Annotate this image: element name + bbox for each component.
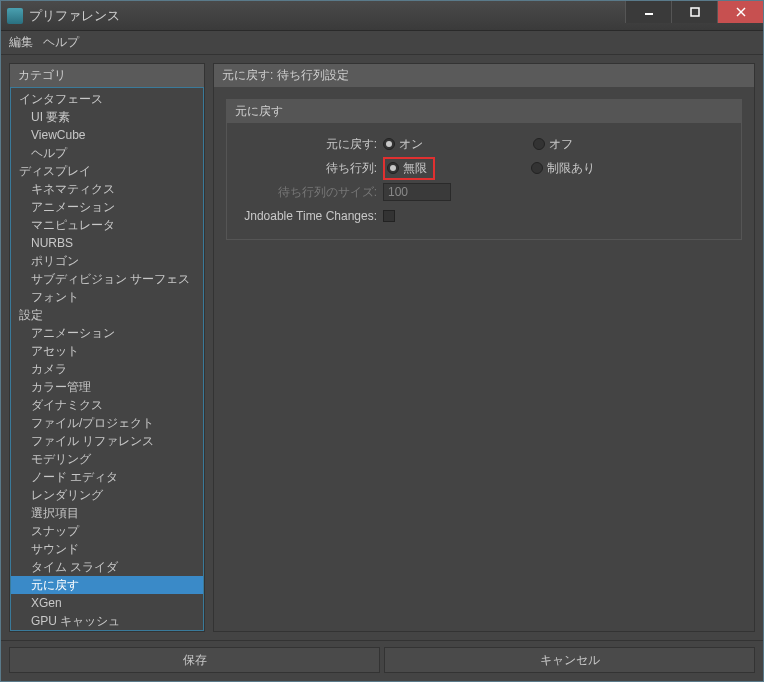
undo-on-label: オン bbox=[399, 136, 423, 153]
app-icon bbox=[7, 8, 23, 24]
tree-item[interactable]: キネマティクス bbox=[11, 180, 203, 198]
queue-infinite-option[interactable]: 無限 bbox=[387, 160, 427, 177]
preferences-window: プリファレンス 編集 ヘルプ カテゴリ インタフェースUI 要素ViewCube… bbox=[0, 0, 764, 682]
menu-help[interactable]: ヘルプ bbox=[43, 34, 79, 51]
undo-label: 元に戻す: bbox=[233, 136, 383, 153]
main-header: 元に戻す: 待ち行列設定 bbox=[214, 64, 754, 87]
queue-limited-label: 制限あり bbox=[547, 160, 595, 177]
radio-icon bbox=[383, 138, 395, 150]
maximize-icon bbox=[690, 7, 700, 17]
tree-item[interactable]: タイム スライダ bbox=[11, 558, 203, 576]
svg-rect-1 bbox=[691, 8, 699, 16]
tree-item[interactable]: ファイル/プロジェクト bbox=[11, 414, 203, 432]
row-undoable-time: Jndoable Time Changes: bbox=[233, 205, 735, 227]
maximize-button[interactable] bbox=[671, 1, 717, 23]
queue-size-label: 待ち行列のサイズ: bbox=[233, 184, 383, 201]
tree-item[interactable]: 選択項目 bbox=[11, 504, 203, 522]
menu-edit[interactable]: 編集 bbox=[9, 34, 33, 51]
queue-label: 待ち行列: bbox=[233, 160, 383, 177]
row-undo: 元に戻す: オン オフ bbox=[233, 133, 735, 155]
close-button[interactable] bbox=[717, 1, 763, 23]
tree-item[interactable]: アセット bbox=[11, 342, 203, 360]
tree-item[interactable]: ダイナミクス bbox=[11, 396, 203, 414]
tree-item[interactable]: UI 要素 bbox=[11, 108, 203, 126]
window-controls bbox=[625, 1, 763, 30]
tree-item[interactable]: レンダリング bbox=[11, 486, 203, 504]
sidebar-header: カテゴリ bbox=[10, 64, 204, 87]
queue-limited-option[interactable]: 制限あり bbox=[531, 160, 595, 177]
tree-item[interactable]: NURBS bbox=[11, 234, 203, 252]
undo-off-option[interactable]: オフ bbox=[533, 136, 573, 153]
minimize-icon bbox=[644, 7, 654, 17]
undo-radio-group: オン オフ bbox=[383, 136, 573, 153]
tree-item[interactable]: サウンド bbox=[11, 540, 203, 558]
tree-item[interactable]: GPU キャッシュ bbox=[11, 612, 203, 630]
tree-item[interactable]: ディスプレイ bbox=[11, 162, 203, 180]
content-area: カテゴリ インタフェースUI 要素ViewCubeヘルプディスプレイキネマティク… bbox=[1, 55, 763, 640]
tree-item[interactable]: インタフェース bbox=[11, 90, 203, 108]
category-tree[interactable]: インタフェースUI 要素ViewCubeヘルプディスプレイキネマティクスアニメー… bbox=[10, 87, 204, 631]
tree-item[interactable]: モデリング bbox=[11, 450, 203, 468]
queue-size-input bbox=[383, 183, 451, 201]
highlight-box: 無限 bbox=[383, 157, 435, 180]
undo-off-label: オフ bbox=[549, 136, 573, 153]
main-panel: 元に戻す: 待ち行列設定 元に戻す 元に戻す: オン bbox=[213, 63, 755, 632]
tree-item[interactable]: XGen bbox=[11, 594, 203, 612]
menubar: 編集 ヘルプ bbox=[1, 31, 763, 55]
tree-item[interactable]: カラー管理 bbox=[11, 378, 203, 396]
queue-infinite-label: 無限 bbox=[403, 160, 427, 177]
radio-icon bbox=[533, 138, 545, 150]
tree-item[interactable]: 保存時のアクション bbox=[11, 630, 203, 631]
tree-item[interactable]: ファイル リファレンス bbox=[11, 432, 203, 450]
tree-item[interactable]: フォント bbox=[11, 288, 203, 306]
row-queue-size: 待ち行列のサイズ: bbox=[233, 181, 735, 203]
tree-item[interactable]: マニピュレータ bbox=[11, 216, 203, 234]
radio-icon bbox=[387, 162, 399, 174]
row-queue: 待ち行列: 無限 bbox=[233, 157, 735, 179]
tree-item[interactable]: ポリゴン bbox=[11, 252, 203, 270]
section-title: 元に戻す bbox=[227, 100, 741, 123]
main-body: 元に戻す 元に戻す: オン bbox=[214, 87, 754, 631]
undoable-time-checkbox[interactable] bbox=[383, 210, 395, 222]
close-icon bbox=[736, 7, 746, 17]
queue-radio-group: 無限 制限あり bbox=[383, 157, 595, 180]
tree-item[interactable]: サブディビジョン サーフェス bbox=[11, 270, 203, 288]
undo-section: 元に戻す 元に戻す: オン bbox=[226, 99, 742, 240]
titlebar: プリファレンス bbox=[1, 1, 763, 31]
minimize-button[interactable] bbox=[625, 1, 671, 23]
sidebar: カテゴリ インタフェースUI 要素ViewCubeヘルプディスプレイキネマティク… bbox=[9, 63, 205, 632]
tree-item[interactable]: スナップ bbox=[11, 522, 203, 540]
tree-item[interactable]: カメラ bbox=[11, 360, 203, 378]
save-button[interactable]: 保存 bbox=[9, 647, 380, 673]
radio-icon bbox=[531, 162, 543, 174]
tree-item[interactable]: アニメーション bbox=[11, 324, 203, 342]
tree-item[interactable]: 設定 bbox=[11, 306, 203, 324]
cancel-button[interactable]: キャンセル bbox=[384, 647, 755, 673]
footer: 保存 キャンセル bbox=[1, 640, 763, 681]
tree-item[interactable]: アニメーション bbox=[11, 198, 203, 216]
undo-on-option[interactable]: オン bbox=[383, 136, 423, 153]
tree-item[interactable]: ViewCube bbox=[11, 126, 203, 144]
undoable-time-label: Jndoable Time Changes: bbox=[233, 209, 383, 223]
tree-item[interactable]: 元に戻す bbox=[11, 576, 203, 594]
window-title: プリファレンス bbox=[29, 7, 625, 25]
section-body: 元に戻す: オン オフ bbox=[227, 123, 741, 239]
tree-item[interactable]: ノード エディタ bbox=[11, 468, 203, 486]
tree-item[interactable]: ヘルプ bbox=[11, 144, 203, 162]
